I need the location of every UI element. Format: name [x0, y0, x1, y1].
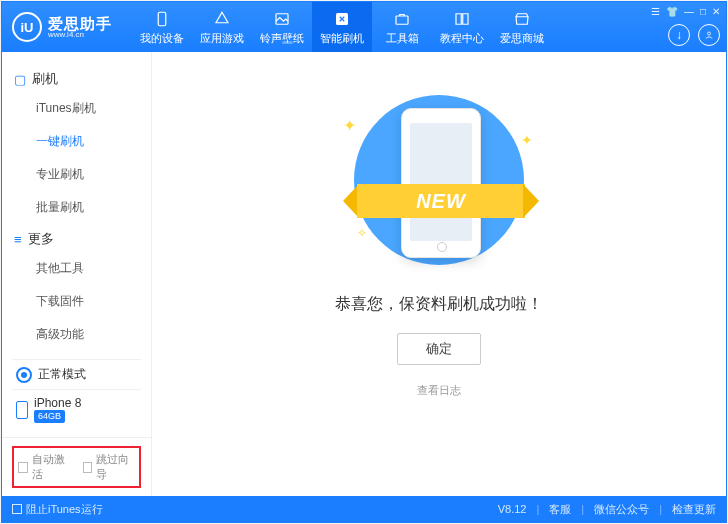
device-mode[interactable]: 正常模式 — [12, 359, 141, 389]
window-controls: ☰ 👕 — □ ✕ — [651, 6, 720, 17]
user-icon[interactable] — [698, 24, 720, 46]
app-title: 爱思助手 — [48, 16, 112, 31]
checkbox-auto-activate[interactable]: 自动激活 — [18, 452, 71, 482]
sparkle-icon: ✦ — [343, 116, 356, 135]
svg-point-5 — [708, 32, 711, 35]
view-log-link[interactable]: 查看日志 — [417, 383, 461, 398]
success-illustration: ✦ ✦ ✧ NEW — [339, 90, 539, 270]
sidebar-item-other-tools[interactable]: 其他工具 — [36, 252, 139, 285]
sidebar-item-itunes-flash[interactable]: iTunes刷机 — [36, 92, 139, 125]
minimize-icon[interactable]: — — [684, 6, 694, 17]
top-nav: 我的设备 应用游戏 铃声壁纸 智能刷机 工具箱 教程中心 — [132, 2, 552, 52]
sidebar-item-advanced[interactable]: 高级功能 — [36, 318, 139, 351]
sidebar-section-more[interactable]: ≡ 更多 — [14, 230, 139, 248]
titlebar: iU 爱思助手 www.i4.cn 我的设备 应用游戏 铃声壁纸 智能刷机 — [2, 2, 726, 52]
sparkle-icon: ✦ — [521, 132, 533, 148]
device-icon — [16, 401, 28, 419]
footer-link-wechat[interactable]: 微信公众号 — [594, 502, 649, 517]
maximize-icon[interactable]: □ — [700, 6, 706, 17]
device-capacity: 64GB — [34, 410, 65, 423]
menu-icon[interactable]: ☰ — [651, 6, 660, 17]
nav-apps[interactable]: 应用游戏 — [192, 2, 252, 52]
nav-my-device[interactable]: 我的设备 — [132, 2, 192, 52]
skin-icon[interactable]: 👕 — [666, 6, 678, 17]
nav-store[interactable]: 爱思商城 — [492, 2, 552, 52]
nav-flash[interactable]: 智能刷机 — [312, 2, 372, 52]
list-icon: ≡ — [14, 232, 22, 247]
sidebar-item-batch-flash[interactable]: 批量刷机 — [36, 191, 139, 224]
sidebar: ▢ 刷机 iTunes刷机 一键刷机 专业刷机 批量刷机 ≡ 更多 其他工具 下… — [2, 52, 152, 496]
device-info[interactable]: iPhone 8 64GB — [12, 389, 141, 429]
apps-icon — [212, 9, 232, 29]
main-content: ✦ ✦ ✧ NEW 恭喜您，保资料刷机成功啦！ 确定 查看日志 — [152, 52, 726, 496]
statusbar: 阻止iTunes运行 V8.12 | 客服 | 微信公众号 | 检查更新 — [2, 496, 726, 522]
sidebar-item-pro-flash[interactable]: 专业刷机 — [36, 158, 139, 191]
svg-rect-4 — [396, 16, 408, 24]
sidebar-section-flash[interactable]: ▢ 刷机 — [14, 70, 139, 88]
version-label: V8.12 — [498, 503, 527, 515]
sidebar-item-download-firmware[interactable]: 下载固件 — [36, 285, 139, 318]
app-url: www.i4.cn — [48, 31, 112, 39]
ok-button[interactable]: 确定 — [397, 333, 481, 365]
nav-tutorials[interactable]: 教程中心 — [432, 2, 492, 52]
download-icon[interactable]: ↓ — [668, 24, 690, 46]
phone-outline-icon: ▢ — [14, 72, 26, 87]
sidebar-item-onekey-flash[interactable]: 一键刷机 — [36, 125, 139, 158]
phone-icon — [152, 9, 172, 29]
checkbox-skip-setup[interactable]: 跳过向导 — [83, 452, 136, 482]
book-icon — [452, 9, 472, 29]
sparkle-icon: ✧ — [357, 226, 367, 240]
logo-icon: iU — [12, 12, 42, 42]
new-ribbon: NEW — [343, 176, 539, 224]
svg-rect-0 — [158, 12, 166, 26]
toolbox-icon — [392, 9, 412, 29]
footer-link-support[interactable]: 客服 — [549, 502, 571, 517]
mode-icon — [16, 367, 32, 383]
highlighted-options: 自动激活 跳过向导 — [12, 446, 141, 488]
flash-icon — [332, 9, 352, 29]
footer-link-update[interactable]: 检查更新 — [672, 502, 716, 517]
nav-toolbox[interactable]: 工具箱 — [372, 2, 432, 52]
device-name: iPhone 8 — [34, 396, 81, 410]
nav-ringtones[interactable]: 铃声壁纸 — [252, 2, 312, 52]
app-logo: iU 爱思助手 www.i4.cn — [2, 12, 122, 42]
wallpaper-icon — [272, 9, 292, 29]
close-icon[interactable]: ✕ — [712, 6, 720, 17]
store-icon — [512, 9, 532, 29]
success-message: 恭喜您，保资料刷机成功啦！ — [335, 294, 543, 315]
checkbox-block-itunes[interactable]: 阻止iTunes运行 — [12, 502, 103, 517]
